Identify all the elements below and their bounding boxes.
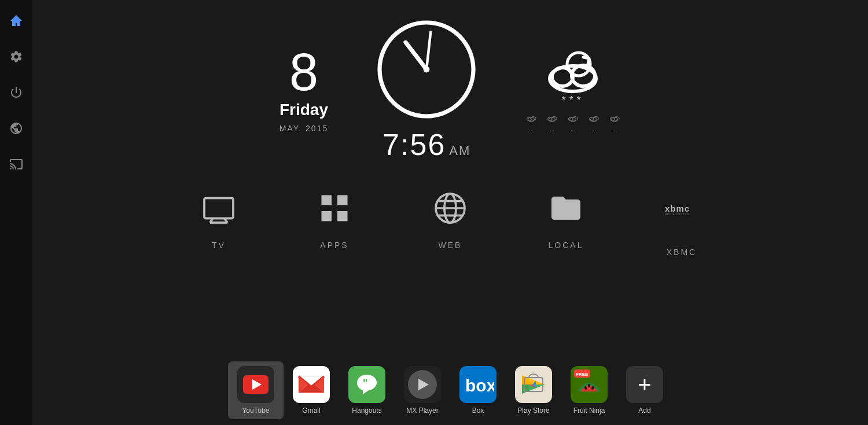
dock-app-gmail[interactable]: Gmail bbox=[284, 361, 339, 419]
dock-app-box[interactable]: box Box bbox=[450, 361, 506, 419]
dock-app-hangouts[interactable]: " Hangouts bbox=[339, 361, 395, 419]
svg-rect-23 bbox=[204, 198, 233, 219]
sidebar-item-settings[interactable] bbox=[7, 47, 25, 66]
nav-label-local: LOCAL bbox=[549, 241, 584, 250]
day-number: 8 bbox=[279, 46, 328, 98]
playstore-label: Play Store bbox=[517, 406, 549, 415]
mxplayer-label: MX Player bbox=[406, 406, 438, 415]
youtube-label: YouTube bbox=[242, 406, 269, 415]
xbmc-icon: xbmc MEDIA CENTER bbox=[647, 185, 716, 231]
nav-item-tv[interactable]: TV bbox=[161, 185, 277, 250]
nav-label-xbmc: XBMC bbox=[667, 247, 697, 257]
main-content: 8 Friday MAY, 2015 7:56AM bbox=[32, 0, 868, 425]
svg-text:xbmc: xbmc bbox=[665, 204, 690, 213]
dock-app-playstore[interactable]: Play Store bbox=[506, 361, 561, 419]
weather-day-5: ... bbox=[608, 112, 621, 132]
month-year: MAY, 2015 bbox=[279, 124, 328, 133]
nav-label-apps: APPS bbox=[320, 241, 348, 250]
svg-text:box: box bbox=[465, 376, 494, 395]
svg-text:FREE: FREE bbox=[576, 372, 589, 377]
dock-app-youtube[interactable]: YouTube bbox=[228, 361, 284, 419]
nav-label-web: WEB bbox=[439, 241, 462, 250]
sidebar-item-globe[interactable] bbox=[7, 119, 25, 138]
weather-day-4: ... bbox=[587, 112, 600, 132]
nav-item-web[interactable]: WEB bbox=[392, 185, 508, 250]
svg-point-47 bbox=[588, 384, 590, 387]
add-icon: + bbox=[626, 366, 663, 403]
gmail-label: Gmail bbox=[302, 406, 320, 415]
app-dock: YouTube Gmail bbox=[32, 356, 868, 425]
youtube-icon bbox=[237, 366, 274, 403]
svg-rect-30 bbox=[337, 211, 348, 221]
box-icon: box bbox=[459, 366, 496, 403]
weather-stars: *** bbox=[562, 94, 584, 106]
day-name: Friday bbox=[279, 101, 328, 119]
web-icon bbox=[427, 185, 473, 231]
tv-icon bbox=[196, 185, 242, 231]
digital-time: 7:56AM bbox=[382, 127, 470, 162]
sidebar-item-power[interactable] bbox=[7, 83, 25, 102]
dock-app-fruitninja[interactable]: FREE Fruit Ninja bbox=[561, 361, 617, 419]
playstore-icon bbox=[515, 366, 552, 403]
weather-day-2: ... bbox=[546, 112, 558, 132]
svg-rect-29 bbox=[322, 211, 332, 221]
clock-container: 7:56AM bbox=[374, 17, 479, 162]
nav-section: TV APPS bbox=[32, 185, 868, 257]
dock-app-mxplayer[interactable]: MX Player bbox=[395, 361, 450, 419]
fruitninja-icon: FREE bbox=[571, 366, 608, 403]
svg-rect-27 bbox=[322, 195, 332, 206]
box-label: Box bbox=[472, 406, 484, 415]
weather-section: *** ... ... bbox=[525, 47, 621, 132]
top-section: 8 Friday MAY, 2015 7:56AM bbox=[32, 0, 868, 162]
hangouts-label: Hangouts bbox=[352, 406, 381, 415]
svg-rect-28 bbox=[337, 195, 348, 206]
svg-text:": " bbox=[363, 378, 368, 389]
sidebar-item-home[interactable] bbox=[7, 12, 25, 30]
nav-label-tv: TV bbox=[212, 241, 226, 250]
date-section: 8 Friday MAY, 2015 bbox=[279, 46, 328, 133]
nav-item-apps[interactable]: APPS bbox=[277, 185, 392, 250]
apps-icon bbox=[311, 185, 358, 231]
weather-forecast-row: ... ... ... bbox=[525, 112, 621, 132]
analog-clock bbox=[374, 17, 479, 121]
svg-line-2 bbox=[426, 32, 431, 69]
svg-line-1 bbox=[406, 42, 426, 69]
sidebar-item-cast[interactable] bbox=[7, 155, 25, 173]
local-icon bbox=[543, 185, 589, 231]
sidebar bbox=[0, 0, 32, 425]
nav-item-local[interactable]: LOCAL bbox=[508, 185, 624, 250]
weather-day-3: ... bbox=[567, 112, 579, 132]
weather-icon-main bbox=[538, 47, 608, 99]
hangouts-icon: " bbox=[348, 366, 385, 403]
gmail-icon bbox=[293, 366, 330, 403]
svg-text:MEDIA CENTER: MEDIA CENTER bbox=[665, 213, 689, 216]
add-label: Add bbox=[638, 406, 650, 415]
svg-point-3 bbox=[424, 66, 430, 73]
weather-day-1: ... bbox=[525, 112, 538, 132]
mxplayer-icon bbox=[404, 366, 441, 403]
dock-app-add[interactable]: + Add bbox=[617, 361, 672, 419]
fruitninja-label: Fruit Ninja bbox=[573, 406, 605, 415]
nav-item-xbmc[interactable]: xbmc MEDIA CENTER XBMC bbox=[624, 185, 740, 257]
